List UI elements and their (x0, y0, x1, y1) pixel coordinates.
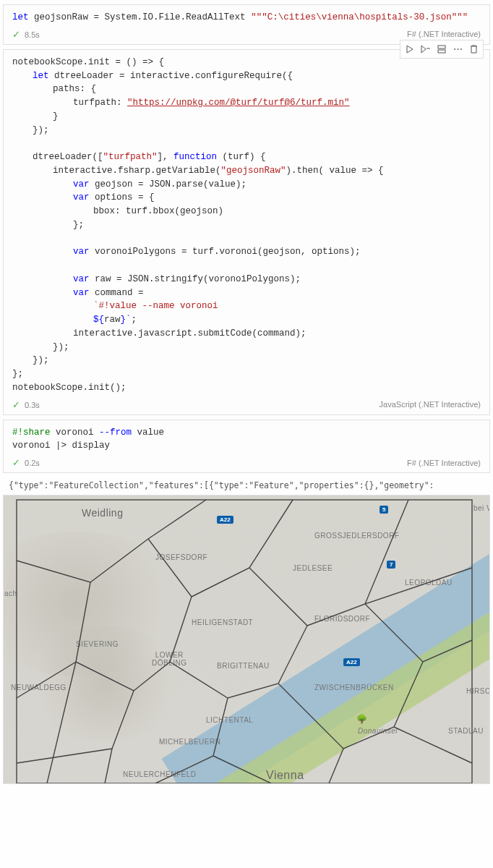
turf-url[interactable]: "https://unpkg.com/@turf/turf@6/turf.min… (127, 98, 350, 108)
call: System.IO.File.ReadAllText (105, 12, 246, 22)
language-label: F# (.NET Interactive) (407, 459, 481, 467)
status: ✓8.5s (12, 29, 40, 40)
svg-rect-1 (438, 50, 445, 53)
status: ✓0.3s (12, 399, 40, 410)
exec-time: 0.2s (25, 459, 40, 467)
check-icon: ✓ (12, 29, 20, 40)
language-label: F# (.NET Interactive) (407, 30, 481, 38)
cell-3-code[interactable]: #!share voronoi --from valuevoronoi |> d… (4, 420, 489, 456)
exec-time: 0.3s (25, 401, 40, 409)
voronoi-overlay (4, 495, 490, 784)
delete-cell-button[interactable] (466, 42, 481, 56)
map-output[interactable]: Weidling GROSSJEDLERSDORF JOSEFSDORF JED… (3, 495, 490, 784)
var-name: geojsonRaw (34, 12, 88, 22)
cell-1-code[interactable]: let geojsonRaw = System.IO.File.ReadAllT… (4, 5, 489, 27)
code-cell-3: #!share voronoi --from valuevoronoi |> d… (3, 420, 490, 474)
check-icon: ✓ (12, 399, 20, 410)
check-icon: ✓ (12, 457, 20, 468)
svg-rect-2 (17, 500, 472, 783)
cell-toolbar: ⋯ (400, 40, 484, 59)
svg-rect-0 (438, 46, 445, 48)
run-below-button[interactable] (418, 42, 434, 56)
keyword-let: let (12, 12, 29, 22)
cell-2-code[interactable]: notebookScope.init = () => {let dtreeLoa… (4, 50, 489, 398)
run-cell-button[interactable] (402, 42, 418, 56)
language-label: JavaScript (.NET Interactive) (380, 400, 481, 409)
code-cell-2: ⋯ notebookScope.init = () => {let dtreeL… (3, 49, 490, 415)
status: ✓0.2s (12, 457, 40, 468)
more-button[interactable]: ⋯ (450, 42, 466, 56)
split-cell-button[interactable] (434, 42, 450, 56)
string-literal: """C:\cities\vienna\hospitals-30.json""" (251, 12, 468, 22)
cell-3-footer: ✓0.2s F# (.NET Interactive) (4, 456, 489, 472)
exec-time: 8.5s (25, 30, 40, 39)
cell-3-output-text: {"type":"FeatureCollection","features":[… (0, 477, 493, 490)
cell-2-footer: ✓0.3s JavaScript (.NET Interactive) (4, 398, 489, 414)
code-cell-1: let geojsonRaw = System.IO.File.ReadAllT… (3, 4, 490, 45)
